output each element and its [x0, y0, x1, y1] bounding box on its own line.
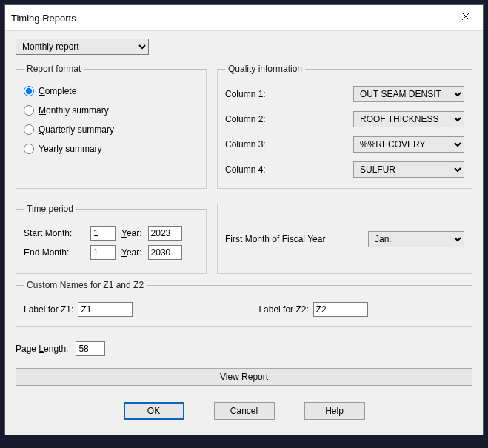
fiscal-month-select[interactable]: Jan.	[368, 231, 464, 247]
fiscal-label: First Month of Fiscal Year	[225, 234, 325, 244]
radio-quarterly-label: Quarterly summary	[39, 124, 114, 135]
window-title: Timing Reports	[11, 13, 76, 24]
end-month-label: End Month:	[24, 247, 84, 258]
radio-complete-label: Complete	[39, 86, 76, 96]
z1-input[interactable]	[78, 302, 133, 317]
col2-label: Column 2:	[225, 114, 266, 124]
ok-button[interactable]: OK	[124, 402, 184, 420]
end-month-input[interactable]	[90, 245, 116, 260]
radio-yearly[interactable]	[24, 144, 34, 154]
custom-legend: Custom Names for Z1 and Z2	[24, 280, 147, 290]
time-period-legend: Time period	[24, 204, 76, 214]
titlebar: Timing Reports	[5, 5, 483, 31]
z1-label: Label for Z1:	[24, 304, 73, 315]
cancel-button[interactable]: Cancel	[214, 402, 275, 420]
col4-select[interactable]: SULFUR	[353, 161, 464, 178]
end-year-label: Year:	[121, 247, 142, 258]
radio-yearly-label: Yearly summary	[39, 144, 102, 154]
quality-legend: Quality information	[225, 64, 305, 74]
start-year-input[interactable]	[148, 226, 182, 241]
col1-label: Column 1:	[225, 89, 266, 99]
report-type-select[interactable]: Monthly report	[16, 39, 149, 55]
col1-select[interactable]: OUT SEAM DENSIT	[353, 86, 464, 102]
page-length-input[interactable]	[76, 341, 105, 356]
time-period-group: Time period Start Month: Year: End Month…	[16, 204, 207, 274]
z2-input[interactable]	[313, 302, 368, 317]
start-month-label: Start Month:	[24, 228, 84, 238]
view-report-button[interactable]: View Report	[16, 368, 472, 386]
dialog-content: Monthly report Report format Complete Mo…	[5, 31, 483, 435]
close-button[interactable]	[455, 10, 477, 26]
dialog-window: Timing Reports Monthly report Report for…	[4, 4, 484, 435]
col3-select[interactable]: %%RECOVERY	[353, 136, 464, 153]
fiscal-group: First Month of Fiscal Year Jan.	[217, 204, 472, 274]
radio-complete[interactable]	[24, 86, 34, 96]
report-format-group: Report format Complete Monthly summary Q…	[16, 64, 207, 189]
quality-info-group: Quality information Column 1: OUT SEAM D…	[217, 64, 472, 189]
radio-monthly[interactable]	[24, 105, 34, 116]
col2-select[interactable]: ROOF THICKNESS	[353, 111, 464, 127]
z2-label: Label for Z2:	[258, 304, 308, 315]
report-format-legend: Report format	[24, 64, 84, 74]
start-month-input[interactable]	[90, 226, 116, 241]
close-icon	[462, 13, 469, 20]
end-year-input[interactable]	[148, 245, 182, 260]
start-year-label: Year:	[121, 228, 142, 238]
page-length-label: Page Length:	[16, 344, 68, 354]
col3-label: Column 3:	[225, 139, 266, 150]
col4-label: Column 4:	[225, 164, 266, 175]
help-button[interactable]: Help	[304, 402, 365, 420]
custom-names-group: Custom Names for Z1 and Z2 Label for Z1:…	[16, 280, 472, 327]
radio-monthly-label: Monthly summary	[39, 105, 109, 116]
radio-quarterly[interactable]	[24, 124, 34, 135]
